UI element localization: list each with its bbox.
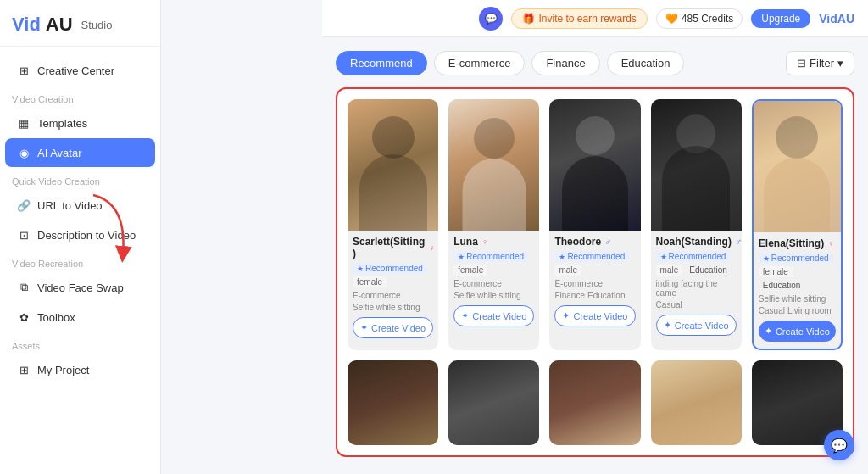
tag-recommended: Recommended	[453, 251, 528, 262]
project-icon: ⊞	[17, 363, 31, 376]
sidebar-item-url-to-video[interactable]: 🔗 URL to Video	[5, 191, 155, 220]
tag-recommended: Recommended	[353, 263, 427, 274]
avatar-info-noah: Noah(Standing) ♂ Recommended male Educat…	[651, 231, 742, 343]
sidebar: VidAU Studio ⊞ Creative Center Video Cre…	[0, 0, 161, 474]
avatar-icon: ◉	[17, 146, 31, 159]
sidebar-item-my-project[interactable]: ⊞ My Project	[5, 355, 155, 384]
section-label-video-creation: Video Creation	[0, 86, 160, 108]
invite-icon: 🎁	[522, 13, 535, 25]
avatar-card-theodore[interactable]: Theodore ♂ Recommended male E-commerce F…	[549, 99, 640, 350]
sidebar-item-templates[interactable]: ▦ Templates	[5, 109, 155, 137]
create-video-elena[interactable]: ✦ Create Video	[759, 321, 836, 342]
avatar-image-9	[651, 360, 742, 445]
main-area: 💬 🎁 Invite to earn rewards 🧡 485 Credits…	[161, 0, 868, 474]
filter-icon: ⊟	[797, 57, 806, 70]
avatar-image-scarlett	[348, 99, 438, 231]
chat-button[interactable]: 💬	[824, 430, 854, 460]
avatar-card-6[interactable]	[348, 360, 438, 445]
section-label-recreation: Video Recreation	[0, 250, 160, 272]
sidebar-item-label-desc: Description to Video	[37, 229, 136, 242]
heart-icon: 🧡	[665, 13, 678, 25]
tag-recommended: Recommended	[554, 251, 629, 262]
sidebar-item-ai-avatar[interactable]: ◉ AI Avatar	[5, 138, 155, 167]
tag-female: female	[759, 266, 793, 277]
create-video-luna[interactable]: ✦ Create Video	[453, 305, 534, 326]
create-video-noah[interactable]: ✦ Create Video	[656, 315, 737, 336]
sidebar-item-toolbox[interactable]: ✿ Toolbox	[5, 303, 155, 332]
sidebar-item-label-face-swap: Video Face Swap	[37, 282, 124, 294]
avatar-name-luna: Luna ♀	[453, 236, 534, 248]
avatar-card-8[interactable]	[549, 360, 640, 445]
avatar-tags-scarlett: Recommended female	[353, 263, 433, 287]
invite-button[interactable]: 🎁 Invite to earn rewards	[511, 8, 647, 29]
avatar-image-elena	[754, 101, 841, 232]
filter-ecommerce[interactable]: E-commerce	[434, 51, 526, 75]
avatar-card-scarlett[interactable]: Scarlett(Sitting ) ♀ Recommended female …	[348, 99, 438, 350]
tag-male: male	[656, 265, 683, 276]
sidebar-item-label-creative: Creative Center	[37, 64, 114, 77]
avatar-image-6	[348, 360, 438, 445]
avatar-name-theodore: Theodore ♂	[554, 236, 635, 248]
link-icon: 🔗	[17, 198, 31, 212]
logo-vid: Vid	[12, 14, 41, 36]
avatar-subtags-luna: E-commerce Selfie while sitting	[453, 279, 534, 300]
filter-dropdown[interactable]: ⊟ Filter ▾	[786, 51, 854, 75]
avatar-tags-elena: Recommended female Education	[759, 253, 836, 291]
avatar-info-elena: Elena(Sitting) ♀ Recommended female Educ…	[754, 232, 841, 349]
avatar-name-scarlett: Scarlett(Sitting ) ♀	[353, 236, 433, 259]
filter-label: Filter	[810, 57, 834, 70]
avatar-info-scarlett: Scarlett(Sitting ) ♀ Recommended female …	[348, 231, 438, 345]
tag-education: Education	[759, 280, 804, 291]
avatar-name-noah: Noah(Standing) ♂	[656, 236, 737, 248]
sidebar-item-creative-center[interactable]: ⊞ Creative Center	[5, 56, 155, 85]
face-swap-icon: ⧉	[17, 281, 31, 294]
male-icon-theodore: ♂	[604, 237, 611, 247]
create-video-scarlett[interactable]: ✦ Create Video	[353, 317, 433, 338]
credits-value: 485 Credits	[682, 13, 733, 25]
avatar-image-theodore	[549, 99, 640, 231]
avatar-card-9[interactable]	[651, 360, 742, 445]
desc-icon: ⊡	[17, 228, 31, 242]
sidebar-item-label-ai-avatar: AI Avatar	[37, 147, 82, 159]
avatars-section: Scarlett(Sitting ) ♀ Recommended female …	[336, 87, 854, 457]
credits-display: 🧡 485 Credits	[656, 8, 743, 29]
avatar-tags-noah: Recommended male Education	[656, 251, 737, 276]
filter-recommend[interactable]: Recommend	[336, 51, 427, 75]
avatar-info-luna: Luna ♀ Recommended female E-commerce Sel…	[448, 231, 539, 333]
sidebar-item-label-toolbox: Toolbox	[37, 311, 75, 324]
avatar-subtags-elena: Selfie while sitting Casual Living room	[759, 294, 836, 315]
filter-finance[interactable]: Finance	[531, 51, 599, 75]
avatar-subtags-scarlett: E-commerce Selfie while sitting	[353, 291, 433, 312]
avatar-card-elena[interactable]: Elena(Sitting) ♀ Recommended female Educ…	[752, 99, 843, 350]
avatar-subtags-noah: inding facing the came Casual	[656, 279, 737, 309]
avatar-card-7[interactable]	[448, 360, 539, 445]
main-content: Recommend E-commerce Finance Education ⊟…	[322, 37, 868, 474]
filter-education[interactable]: Education	[607, 51, 685, 75]
avatar-card-noah[interactable]: Noah(Standing) ♂ Recommended male Educat…	[651, 99, 742, 350]
female-icon-elena: ♀	[827, 238, 834, 248]
grid-icon: ⊞	[17, 64, 31, 77]
sidebar-item-video-face-swap[interactable]: ⧉ Video Face Swap	[5, 273, 155, 302]
upgrade-label: Upgrade	[761, 13, 800, 25]
sidebar-nav: ⊞ Creative Center Video Creation ▦ Templ…	[0, 47, 160, 474]
avatars-grid: Scarlett(Sitting ) ♀ Recommended female …	[348, 99, 843, 445]
logo-au: AU	[46, 14, 73, 36]
sidebar-item-label-url: URL to Video	[37, 199, 103, 212]
template-icon: ▦	[17, 116, 31, 130]
create-icon: ✦	[461, 310, 469, 321]
sidebar-item-description-to-video[interactable]: ⊡ Description to Video	[5, 220, 155, 249]
sidebar-item-label-templates: Templates	[37, 117, 87, 130]
upgrade-button[interactable]: Upgrade	[751, 9, 810, 28]
tag-recommended: Recommended	[759, 253, 833, 264]
logo-area: VidAU Studio	[0, 0, 160, 47]
tag-recommended: Recommended	[656, 251, 731, 262]
avatar-tags-theodore: Recommended male	[554, 251, 635, 276]
discord-button[interactable]: 💬	[479, 7, 503, 31]
create-icon: ✦	[765, 326, 772, 337]
invite-label: Invite to earn rewards	[538, 13, 636, 25]
tag-education: Education	[685, 265, 731, 276]
avatar-image-noah	[651, 99, 742, 231]
avatar-card-luna[interactable]: Luna ♀ Recommended female E-commerce Sel…	[448, 99, 539, 350]
tag-female: female	[353, 276, 387, 287]
create-video-theodore[interactable]: ✦ Create Video	[554, 305, 635, 326]
